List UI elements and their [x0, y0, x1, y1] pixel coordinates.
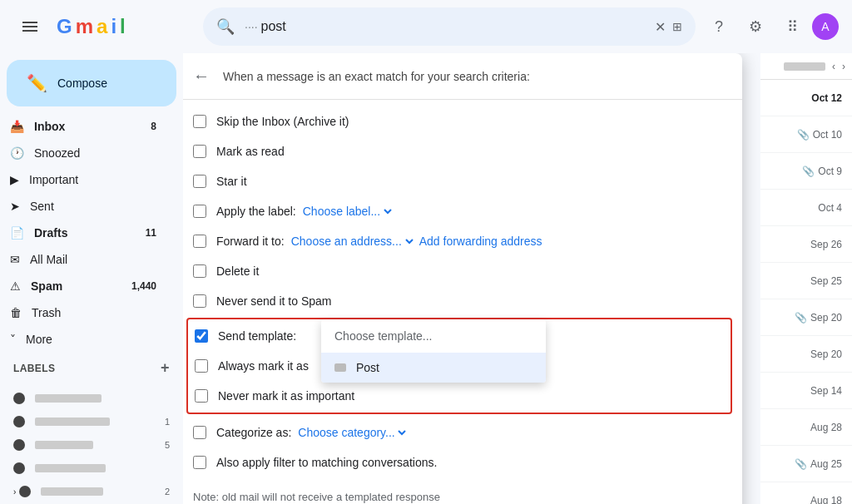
clip-icon: 📎 [797, 129, 810, 141]
skip-inbox-label[interactable]: Skip the Inbox (Archive it) [193, 115, 349, 128]
sidebar-item-inbox[interactable]: 📥 Inbox 8 [0, 113, 170, 140]
choose-label-select[interactable]: Choose label... [300, 204, 394, 219]
search-clear-button[interactable]: ✕ [655, 19, 666, 35]
sidebar-item-label: More [26, 333, 156, 346]
template-section: Send template: Choose template... Post [186, 318, 732, 414]
email-date-row: Sep 25 [760, 263, 852, 299]
email-date-row: 📎 Aug 25 [760, 446, 852, 482]
chevron-down-icon: ˅ [10, 333, 16, 346]
apps-button[interactable]: ⠿ [775, 10, 809, 43]
avatar[interactable]: A [812, 13, 839, 40]
email-date-row: 📎 Sep 20 [760, 299, 852, 336]
back-button[interactable]: ← [193, 67, 210, 86]
list-item[interactable] [0, 387, 183, 410]
email-date-row: Oct 4 [760, 190, 852, 226]
search-input[interactable] [261, 19, 648, 34]
categorize-text: Categorize as: [216, 426, 291, 439]
send-template-checkbox[interactable] [195, 329, 208, 343]
filter-dialog-title: When a message is an exact match for you… [223, 70, 530, 83]
email-date: Aug 18 [810, 495, 842, 505]
delete-it-text: Delete it [216, 264, 259, 278]
filter-option-mark-as-read: Mark as read [183, 136, 742, 166]
email-date-row: Aug 28 [760, 409, 852, 446]
compose-button[interactable]: ✏️ Compose [7, 60, 176, 106]
list-item[interactable]: › 2 [0, 480, 183, 503]
list-item[interactable]: 1 [0, 410, 183, 433]
hamburger-menu-button[interactable] [13, 10, 47, 43]
sidebar-item-spam[interactable]: ⚠ Spam 1,440 [0, 273, 170, 299]
sidebar-item-label: Inbox [34, 120, 151, 133]
label-color-dot [13, 462, 25, 474]
compose-label: Compose [57, 77, 107, 90]
email-date: Oct 12 [811, 92, 842, 104]
topbar-left: Gmail [13, 10, 196, 43]
sidebar-item-sent[interactable]: ➤ Sent [0, 193, 170, 220]
email-date-row: Oct 12 [760, 80, 852, 116]
next-page-button[interactable]: › [842, 61, 845, 72]
sidebar-item-label: Sent [30, 200, 156, 213]
dropdown-item-post[interactable]: Post [321, 353, 546, 383]
sidebar-item-trash[interactable]: 🗑 Trash [0, 299, 170, 326]
never-spam-label[interactable]: Never send it to Spam [193, 294, 332, 308]
star-it-checkbox[interactable] [193, 175, 206, 188]
star-it-label[interactable]: Star it [193, 175, 247, 188]
filter-option-also-apply: Also apply filter to matching conversati… [183, 447, 742, 477]
email-date: Oct 9 [818, 166, 842, 177]
choose-address-select[interactable]: Choose an address... [288, 234, 416, 249]
labels-title: Labels [13, 363, 55, 374]
email-date: Sep 25 [810, 275, 842, 287]
never-spam-checkbox[interactable] [193, 294, 206, 308]
never-mark-row: Never mark it as important [188, 381, 731, 411]
list-item[interactable] [0, 457, 183, 480]
sidebar-nav: 📥 Inbox 8 🕐 Snoozed ▶ Important ➤ Sent 📄… [0, 113, 183, 353]
help-button[interactable]: ? [702, 10, 736, 43]
drafts-badge: 11 [146, 227, 156, 239]
search-bar[interactable]: 🔍 ···· ✕ ⊞ [203, 7, 696, 46]
also-apply-checkbox[interactable] [193, 456, 206, 469]
also-apply-label[interactable]: Also apply filter to matching conversati… [193, 456, 437, 469]
sent-icon: ➤ [10, 200, 20, 213]
forward-text: Forward it to: [216, 235, 285, 248]
sidebar-item-snoozed[interactable]: 🕐 Snoozed [0, 140, 170, 166]
categorize-checkbox[interactable] [193, 426, 206, 439]
add-forwarding-link[interactable]: Add forwarding address [419, 235, 542, 248]
delete-it-checkbox[interactable] [193, 264, 206, 278]
sidebar-item-drafts[interactable]: 📄 Drafts 11 [0, 220, 170, 246]
dropdown-item-icon [334, 363, 346, 372]
apply-label-label[interactable]: Apply the label: [193, 205, 296, 218]
delete-it-label[interactable]: Delete it [193, 264, 259, 278]
mark-as-read-checkbox[interactable] [193, 145, 206, 158]
skip-inbox-checkbox[interactable] [193, 115, 206, 128]
dropdown-item-label: Post [356, 361, 379, 374]
categorize-select[interactable]: Choose category... [295, 425, 409, 440]
inbox-badge: 8 [151, 121, 156, 132]
topbar-right: ? ⚙ ⠿ A [702, 10, 839, 43]
never-mark-checkbox[interactable] [195, 389, 208, 403]
sidebar-item-more[interactable]: ˅ More [0, 326, 170, 353]
search-filter-button[interactable]: ⊞ [672, 20, 682, 33]
apply-label-checkbox[interactable] [193, 205, 206, 218]
page-info [784, 62, 825, 71]
main-layout: ✏️ Compose 📥 Inbox 8 🕐 Snoozed ▶ Importa… [0, 53, 852, 504]
never-mark-text: Never mark it as important [218, 389, 354, 403]
sidebar-item-important[interactable]: ▶ Important [0, 166, 170, 193]
settings-button[interactable]: ⚙ [739, 10, 772, 43]
add-label-button[interactable]: + [161, 359, 170, 377]
always-mark-checkbox[interactable] [195, 359, 208, 373]
forward-checkbox[interactable] [193, 235, 206, 248]
categorize-label[interactable]: Categorize as: [193, 426, 291, 439]
forward-label[interactable]: Forward it to: [193, 235, 285, 248]
drafts-icon: 📄 [10, 226, 24, 240]
email-date-row: 📎 Oct 9 [760, 153, 852, 190]
search-actions: ✕ ⊞ [655, 19, 682, 35]
filter-option-apply-label: Apply the label: Choose label... [183, 196, 742, 226]
mark-as-read-label[interactable]: Mark as read [193, 145, 285, 158]
sidebar-item-all-mail[interactable]: ✉ All Mail [0, 246, 170, 273]
email-date: Oct 10 [813, 129, 842, 141]
prev-page-button[interactable]: ‹ [832, 61, 835, 72]
send-template-row: Send template: Choose template... Post [188, 321, 731, 351]
email-date-row: Sep 20 [760, 336, 852, 373]
list-item[interactable]: 5 [0, 433, 183, 457]
snoozed-icon: 🕐 [10, 146, 24, 160]
email-date-row: Aug 18 [760, 482, 852, 504]
